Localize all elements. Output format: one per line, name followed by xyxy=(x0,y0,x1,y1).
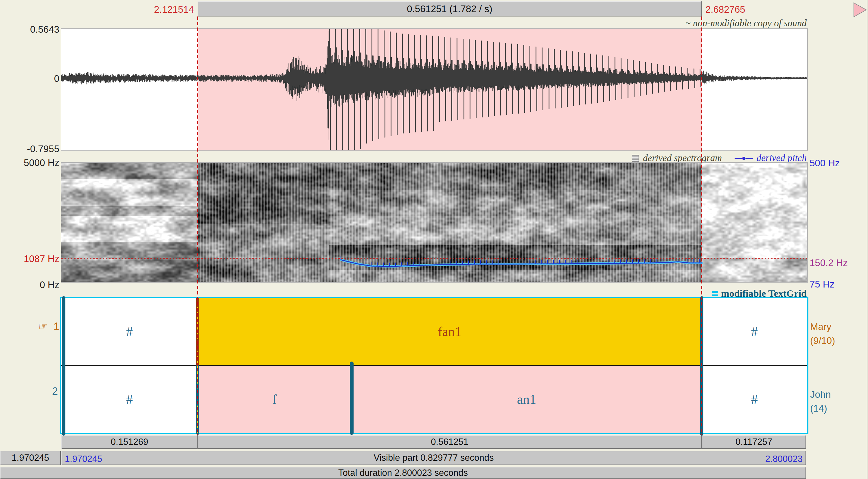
derived-views-legend: derived spectrogram —●— derived pitch xyxy=(632,153,807,163)
tier2-speaker-score: (14) xyxy=(810,402,831,415)
tier2-speaker-label[interactable]: John (14) xyxy=(810,388,831,415)
tier1-interval-silence-left[interactable]: # xyxy=(61,298,197,365)
boundary-f-an1[interactable] xyxy=(350,361,353,435)
pointing-hand-icon: ☞ xyxy=(38,320,48,332)
textgrid-box: # fan1 # # f an1 # xyxy=(60,297,808,434)
spectrogram-top-label: 5000 Hz xyxy=(24,157,59,168)
amplitude-max-label: 0.5643 xyxy=(30,24,59,35)
tier2-interval-silence-left[interactable]: # xyxy=(61,365,197,433)
pitch-cursor-line xyxy=(61,258,807,259)
tier1-speaker-score: (9/10) xyxy=(810,334,835,348)
spectrogram-bottom-label: 0 Hz xyxy=(40,280,59,290)
view-end-time: 2.800023 xyxy=(765,454,803,464)
tier2-interval-f[interactable]: f xyxy=(197,365,351,433)
derived-spectrogram-label: derived spectrogram xyxy=(643,153,722,163)
amplitude-min-label: -0.7955 xyxy=(27,143,59,155)
view-start-time: 1.970245 xyxy=(65,454,102,464)
derived-pitch-label: derived pitch xyxy=(756,153,807,163)
sound-header: ~ non-modifiable copy of sound xyxy=(685,18,807,29)
selection-duration-bar[interactable]: 0.561251 (1.782 / s) xyxy=(197,1,702,17)
duration-selection-box[interactable]: 0.561251 xyxy=(197,435,702,449)
praat-editor-window: 2.121514 0.561251 (1.782 / s) 2.682765 ~… xyxy=(0,0,868,479)
window-right-edge xyxy=(867,0,867,479)
duration-right-box[interactable]: 0.117257 xyxy=(702,435,806,449)
tier2-interval-an1[interactable]: an1 xyxy=(351,365,702,433)
selection-end-time: 2.682765 xyxy=(705,4,745,15)
pitch-value-label: 150.2 Hz xyxy=(810,257,848,268)
textgrid-icon xyxy=(712,291,718,296)
tier1-selector[interactable]: ☞ 1 xyxy=(38,320,59,333)
visible-part-bar[interactable]: 1.970245 Visible part 0.829777 seconds 2… xyxy=(61,451,806,465)
duration-left-box[interactable]: 0.151269 xyxy=(61,435,197,449)
tier1-interval-fan1-selected[interactable]: fan1 xyxy=(197,298,702,365)
selection-start-time: 2.121514 xyxy=(95,4,194,15)
tier1-speaker-label[interactable]: Mary (9/10) xyxy=(810,320,835,348)
selection-end-line[interactable] xyxy=(701,17,702,435)
amplitude-zero-label: 0 xyxy=(54,73,59,84)
pitch-bottom-label: 75 Hz xyxy=(810,279,834,290)
spectrogram-panel[interactable] xyxy=(61,163,807,282)
waveform-plot xyxy=(61,29,807,151)
spectrogram-plot xyxy=(61,163,807,282)
pitch-line-icon: —●— xyxy=(735,154,752,163)
selection-start-line[interactable] xyxy=(197,17,198,435)
tier2-number: 2 xyxy=(52,385,58,397)
spectrogram-grid-icon xyxy=(632,155,639,162)
visible-part-label: Visible part 0.829777 seconds xyxy=(374,453,494,463)
tier2-selector[interactable]: 2 xyxy=(52,385,58,397)
selection-duration-label: 0.561251 (1.782 / s) xyxy=(407,3,492,14)
tier1-interval-silence-right[interactable]: # xyxy=(702,298,807,365)
tier1-speaker-name: Mary xyxy=(810,320,835,334)
tier1-number: 1 xyxy=(54,320,59,332)
pitch-top-label: 500 Hz xyxy=(810,158,840,169)
play-triangle-icon[interactable] xyxy=(853,2,867,18)
waveform-panel[interactable] xyxy=(61,29,807,151)
spectrogram-cursor-label: 1087 Hz xyxy=(24,253,59,264)
tier2-interval-silence-right[interactable]: # xyxy=(702,365,807,433)
window-start-box[interactable]: 1.970245 xyxy=(0,451,61,465)
tier2-speaker-name: John xyxy=(810,388,831,402)
textgrid-left-edge-boundary[interactable] xyxy=(62,296,65,436)
total-duration-bar[interactable]: Total duration 2.800023 seconds xyxy=(0,467,806,479)
